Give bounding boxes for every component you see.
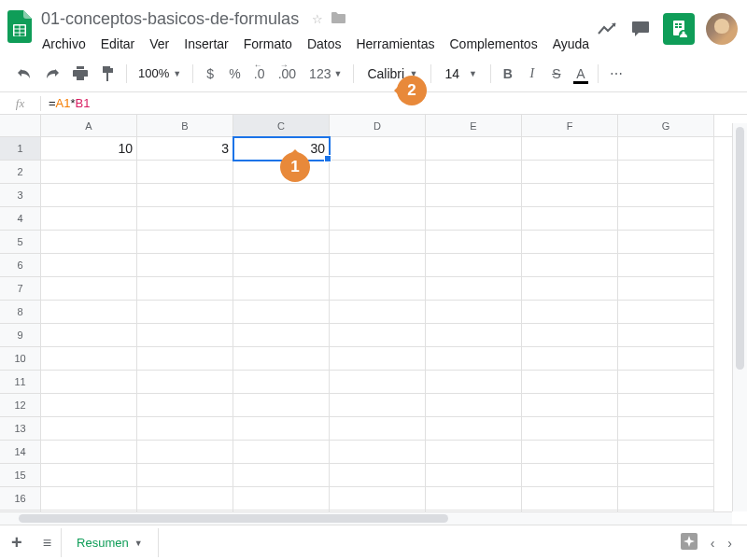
cell[interactable]: [426, 161, 522, 184]
menu-format[interactable]: Formato: [237, 33, 299, 55]
cell[interactable]: [233, 371, 330, 394]
row-header-12[interactable]: 12: [0, 394, 41, 417]
sheet-nav-right[interactable]: ›: [727, 536, 732, 551]
cell-A1[interactable]: 10: [41, 137, 137, 161]
cell[interactable]: [618, 371, 714, 394]
cell[interactable]: [41, 254, 137, 277]
col-header-B[interactable]: B: [137, 115, 233, 136]
account-avatar[interactable]: [706, 13, 738, 45]
cell[interactable]: [426, 441, 522, 464]
cell[interactable]: [330, 487, 426, 511]
cell[interactable]: [41, 324, 137, 347]
col-header-G[interactable]: G: [618, 115, 714, 136]
cell[interactable]: [137, 394, 233, 417]
undo-button[interactable]: [11, 62, 37, 86]
cell[interactable]: [522, 301, 618, 324]
cell[interactable]: [426, 254, 522, 277]
cell[interactable]: [618, 184, 714, 207]
col-header-F[interactable]: F: [522, 115, 618, 136]
cell[interactable]: [330, 301, 426, 324]
cell[interactable]: [618, 301, 714, 324]
bold-button[interactable]: B: [497, 62, 519, 86]
menu-view[interactable]: Ver: [143, 33, 176, 55]
font-size-selector[interactable]: 14▼: [437, 63, 485, 85]
menu-tools[interactable]: Herramientas: [349, 33, 441, 55]
cell[interactable]: [618, 347, 714, 371]
cell[interactable]: [330, 207, 426, 231]
cell[interactable]: [618, 207, 714, 231]
cell[interactable]: [233, 254, 330, 277]
cell[interactable]: [330, 184, 426, 207]
cell[interactable]: [233, 417, 330, 441]
italic-button[interactable]: I: [521, 62, 543, 86]
horizontal-scrollbar[interactable]: [0, 511, 732, 525]
text-color-button[interactable]: A: [570, 62, 592, 86]
cell[interactable]: [426, 301, 522, 324]
zoom-selector[interactable]: 100%▼: [133, 63, 187, 84]
cell[interactable]: [618, 417, 714, 441]
cell-C1[interactable]: 30: [233, 137, 330, 161]
move-folder-icon[interactable]: [331, 11, 345, 27]
cell-F1[interactable]: [522, 137, 618, 161]
cell[interactable]: [233, 441, 330, 464]
cell[interactable]: [41, 347, 137, 371]
increase-decimal-button[interactable]: .00→: [273, 62, 302, 86]
cell[interactable]: [522, 231, 618, 254]
cell[interactable]: [137, 464, 233, 487]
menu-file[interactable]: Archivo: [35, 33, 92, 55]
cell[interactable]: [522, 394, 618, 417]
cell[interactable]: [618, 324, 714, 347]
cell[interactable]: [522, 207, 618, 231]
cell[interactable]: [522, 277, 618, 301]
cell[interactable]: [41, 371, 137, 394]
currency-button[interactable]: $: [199, 62, 221, 86]
cell[interactable]: [330, 464, 426, 487]
cell[interactable]: [233, 324, 330, 347]
number-format-button[interactable]: 123▼: [303, 62, 347, 86]
cell[interactable]: [330, 394, 426, 417]
cell[interactable]: [233, 184, 330, 207]
cell[interactable]: [330, 254, 426, 277]
col-header-A[interactable]: A: [41, 115, 137, 136]
cell[interactable]: [233, 464, 330, 487]
cell[interactable]: [137, 254, 233, 277]
row-header-16[interactable]: 16: [0, 487, 41, 511]
cell[interactable]: [330, 417, 426, 441]
share-button[interactable]: [663, 13, 695, 45]
document-title[interactable]: 01-conceptos-basicos-de-formulas: [35, 7, 304, 31]
cell[interactable]: [426, 417, 522, 441]
cell[interactable]: [41, 487, 137, 511]
row-header-2[interactable]: 2: [0, 161, 41, 184]
percent-button[interactable]: %: [223, 62, 246, 86]
cell[interactable]: [137, 301, 233, 324]
fx-label[interactable]: fx: [0, 96, 41, 111]
cell[interactable]: [330, 347, 426, 371]
print-button[interactable]: [67, 62, 93, 86]
select-all-corner[interactable]: [0, 115, 41, 136]
cell[interactable]: [522, 464, 618, 487]
cell-D1[interactable]: [330, 137, 426, 161]
cell[interactable]: [137, 231, 233, 254]
decrease-decimal-button[interactable]: .0←: [248, 62, 271, 86]
cell[interactable]: [137, 277, 233, 301]
cell[interactable]: [522, 417, 618, 441]
row-header-9[interactable]: 9: [0, 324, 41, 347]
cell[interactable]: [426, 371, 522, 394]
row-header-7[interactable]: 7: [0, 277, 41, 301]
explore-button[interactable]: [681, 533, 698, 553]
all-sheets-button[interactable]: ≡: [34, 527, 61, 559]
col-header-E[interactable]: E: [426, 115, 522, 136]
cell[interactable]: [41, 277, 137, 301]
cell[interactable]: [41, 161, 137, 184]
row-header-11[interactable]: 11: [0, 371, 41, 394]
cell[interactable]: [330, 441, 426, 464]
cell[interactable]: [330, 277, 426, 301]
cell[interactable]: [522, 371, 618, 394]
cell[interactable]: [41, 207, 137, 231]
cell[interactable]: [41, 301, 137, 324]
cell[interactable]: [330, 371, 426, 394]
sheet-tab-resumen[interactable]: Resumen▼: [61, 528, 159, 557]
cell[interactable]: [426, 324, 522, 347]
cell[interactable]: [618, 441, 714, 464]
cell[interactable]: [233, 301, 330, 324]
